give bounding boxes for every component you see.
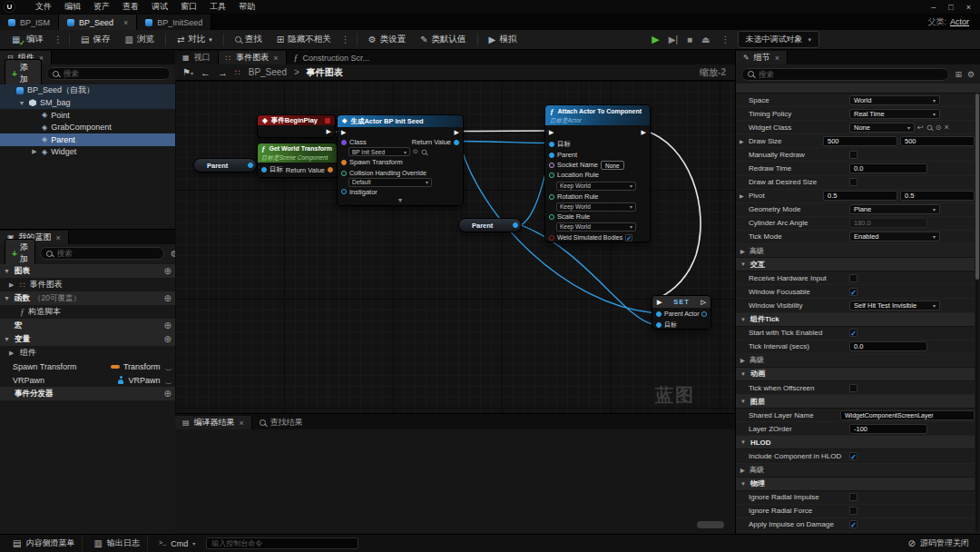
details-row[interactable]: Tick ModeEnabled▾ xyxy=(736,231,975,244)
parent-class-link[interactable]: Actor xyxy=(950,17,969,26)
value-input[interactable]: 0.5 xyxy=(900,191,975,201)
save-button[interactable]: ▤保存 xyxy=(74,32,116,47)
value-input[interactable]: 0.0 xyxy=(849,163,927,173)
my-blueprint-search-input[interactable] xyxy=(57,249,158,258)
details-row[interactable]: Ignore Radial Force xyxy=(736,505,975,518)
property-checkbox[interactable]: ✓ xyxy=(849,452,858,460)
menu-item-tools[interactable]: 工具 xyxy=(210,1,226,13)
menu-item-help[interactable]: 帮助 xyxy=(239,1,255,13)
menu-item-view[interactable]: 查看 xyxy=(122,1,139,13)
diff-button[interactable]: ⇄对比▾ xyxy=(171,32,219,47)
expander-icon[interactable]: ▶ xyxy=(31,148,38,155)
details-row[interactable]: Redraw Time0.0 xyxy=(736,162,975,175)
tab-viewport[interactable]: ▦ 视口 xyxy=(175,51,219,64)
expander-icon[interactable]: ▼ xyxy=(740,481,746,487)
output-pin[interactable] xyxy=(513,222,518,228)
simulate-button[interactable]: ▶模拟 xyxy=(483,32,524,47)
tab-construction-script[interactable]: ƒ Construction Scr... xyxy=(287,51,377,64)
return-value-pin[interactable] xyxy=(454,140,459,145)
component-tree-row[interactable]: BP_Seed（自我） xyxy=(0,84,175,97)
exec-in-pin[interactable]: ▶ xyxy=(657,299,662,305)
target-pin[interactable] xyxy=(656,322,662,328)
close-tab-icon[interactable]: × xyxy=(123,18,128,27)
expander-icon[interactable]: ▼ xyxy=(740,261,746,267)
value-input[interactable]: WidgetComponentScreenLayer xyxy=(840,410,975,420)
rotation-rule-dropdown[interactable]: Keep World▾ xyxy=(556,202,636,212)
parent-pin[interactable] xyxy=(549,153,554,158)
property-dropdown[interactable]: None▾ xyxy=(849,123,915,133)
property-matrix-icon[interactable]: ⊞ xyxy=(955,70,962,79)
use-selected-icon[interactable]: ↩ xyxy=(917,123,924,132)
my-blueprint-section-变量[interactable]: ▼变量⊕ xyxy=(0,332,175,346)
details-row[interactable]: Timing PolicyReal Time▾ xyxy=(736,107,975,121)
details-section-交互[interactable]: ▼交互 xyxy=(736,258,975,271)
expander-icon[interactable]: ▼ xyxy=(740,439,746,445)
debug-object-dropdown[interactable]: 未选中调试对象 ▾ xyxy=(738,31,820,48)
details-row[interactable]: Window Focusable✓ xyxy=(736,285,975,299)
output-pin[interactable] xyxy=(248,163,253,168)
property-checkbox[interactable]: ✓ xyxy=(849,329,858,337)
expander-icon[interactable]: ▼ xyxy=(4,336,11,342)
add-icon[interactable]: ⊕ xyxy=(164,320,172,330)
hide-unrelated-kebab-icon[interactable]: ⋮ xyxy=(339,34,352,44)
component-tree-row[interactable]: ▼SM_bag xyxy=(0,97,175,110)
component-tree-row[interactable]: ▶◈Widget xyxy=(0,146,175,159)
rotation-rule-pin[interactable] xyxy=(549,194,554,200)
expander-icon[interactable]: ▶ xyxy=(740,467,745,473)
expander-icon[interactable]: ▼ xyxy=(740,399,746,404)
my-blueprint-section-图表[interactable]: ▼图表⊕ xyxy=(0,264,175,278)
class-defaults-button[interactable]: ✎类默认值 xyxy=(414,32,472,47)
menu-item-window[interactable]: 窗口 xyxy=(181,1,197,13)
expander-icon[interactable]: ▶ xyxy=(740,138,744,144)
details-row[interactable]: Include Component in HLOD✓ xyxy=(736,449,975,463)
return-value-pin[interactable] xyxy=(328,167,333,172)
menu-item-debug[interactable]: 调试 xyxy=(152,1,168,13)
class-settings-button[interactable]: ⚙类设置 xyxy=(362,32,412,47)
collision-pin[interactable] xyxy=(341,171,347,176)
target-pin[interactable] xyxy=(549,142,554,147)
target-pin[interactable] xyxy=(261,167,267,172)
details-row[interactable]: Window VisibilitySelf Hit Test Invisible… xyxy=(736,299,975,312)
menu-item-file[interactable]: 文件 xyxy=(35,1,52,13)
value-input[interactable]: 500 xyxy=(900,136,975,146)
pick-icon[interactable]: ⊙ xyxy=(936,123,942,132)
node-set-parent-actor[interactable]: ▶ SET ▷ Parent Actor 目标 xyxy=(652,295,711,330)
component-tree-row[interactable]: ◈GrabComponent xyxy=(0,122,175,134)
property-checkbox[interactable] xyxy=(849,151,858,159)
value-input[interactable]: 500 xyxy=(823,136,897,146)
expander-icon[interactable]: ▼ xyxy=(4,268,11,274)
close-icon[interactable]: × xyxy=(240,419,244,428)
details-row[interactable]: Layer ZOrder-100 xyxy=(736,422,975,436)
exec-out-pin[interactable]: ▶ xyxy=(455,129,459,135)
details-section-组件Tick[interactable]: ▼组件Tick xyxy=(736,313,975,327)
scrollbar-thumb[interactable] xyxy=(975,94,979,280)
expander-icon[interactable]: ▶ xyxy=(9,350,16,357)
scale-rule-pin[interactable] xyxy=(549,214,554,220)
expander-icon[interactable]: ▼ xyxy=(740,317,746,322)
spawn-transform-pin[interactable] xyxy=(341,160,347,165)
minimize-button[interactable]: – xyxy=(931,3,936,12)
console-command-input[interactable] xyxy=(206,537,358,549)
details-row[interactable]: Tick Interval (secs)0.0 xyxy=(736,340,975,354)
expander-icon[interactable]: ▶ xyxy=(740,248,745,254)
bookmark-icon[interactable]: ⚑▾ xyxy=(182,68,193,77)
stop-button[interactable]: ■ xyxy=(687,34,692,44)
browse-icon[interactable] xyxy=(422,149,427,154)
property-dropdown[interactable]: Enabled▾ xyxy=(849,232,940,242)
details-search[interactable] xyxy=(741,68,949,81)
node-parent-getter[interactable]: Parent xyxy=(458,218,522,232)
exec-out-pin[interactable]: ▶ xyxy=(642,129,646,135)
component-tree-row[interactable]: ◈Parent xyxy=(0,133,175,146)
details-row[interactable]: Start with Tick Enabled✓ xyxy=(736,327,975,340)
node-parent-getter[interactable]: Parent xyxy=(193,158,257,172)
expander-icon[interactable]: ▶ xyxy=(9,281,16,289)
details-search-input[interactable] xyxy=(759,70,943,79)
expander-icon[interactable]: ▶ xyxy=(740,357,745,363)
expander-icon[interactable]: ▶ xyxy=(740,192,744,199)
my-blueprint-item[interactable]: ƒ构造脚本 xyxy=(0,305,175,319)
property-checkbox[interactable]: ✓ xyxy=(849,288,858,296)
details-row[interactable]: Manually Redraw xyxy=(736,148,975,162)
graph-canvas[interactable]: ◈事件BeginPlay ▶ ƒGet World Transform 目标是S… xyxy=(175,81,735,413)
components-search-input[interactable] xyxy=(64,69,164,78)
details-row[interactable]: Shared Layer NameWidgetComponentScreenLa… xyxy=(736,409,975,422)
